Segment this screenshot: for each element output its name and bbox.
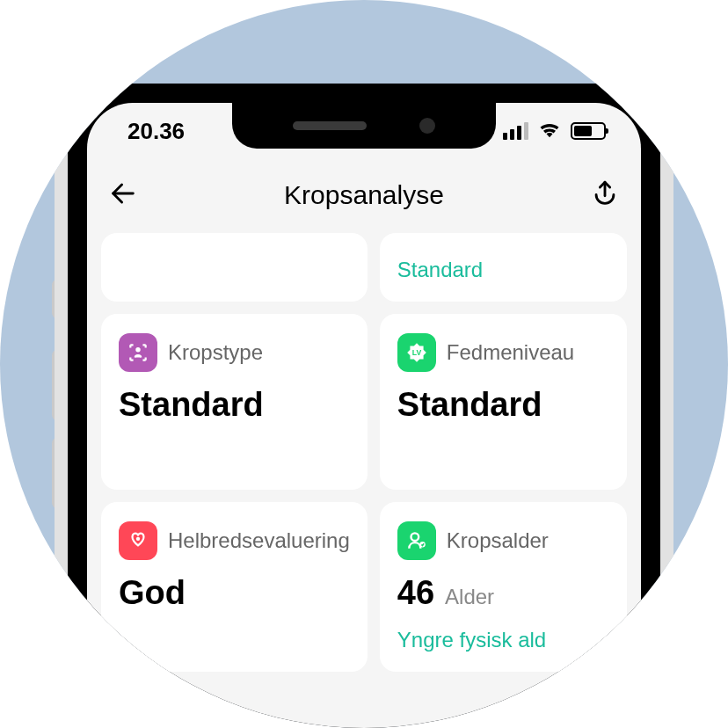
card-value: 46 (397, 574, 434, 612)
card-label: Kropstype (168, 340, 263, 366)
cellular-signal-icon (503, 122, 528, 140)
circle-background: 20.36 (0, 0, 728, 728)
back-button[interactable] (108, 178, 138, 212)
metric-card[interactable]: Standard (380, 233, 627, 302)
status-badge: Yngre fysisk ald (397, 628, 609, 652)
body-type-icon (119, 333, 157, 372)
phone-screen: 20.36 (87, 103, 641, 728)
phone-frame: 20.36 (68, 84, 660, 728)
speaker-grille (293, 121, 367, 130)
content-area: Standard Kropstype (87, 233, 641, 672)
kropsalder-card[interactable]: Kropsalder 46 Alder Yngre fysisk ald (380, 502, 627, 672)
svg-point-4 (411, 533, 419, 541)
health-evaluation-icon (119, 521, 157, 560)
status-icons (503, 120, 606, 142)
fedmeniveau-card[interactable]: LV Fedmeniveau Standard (380, 314, 627, 490)
status-time: 20.36 (127, 118, 185, 145)
wifi-icon (537, 120, 562, 142)
navigation-bar: Kropsanalyse (87, 164, 641, 226)
battery-icon (571, 122, 606, 140)
front-camera (419, 118, 435, 134)
helbred-card[interactable]: Helbredsevaluering God (101, 502, 368, 672)
body-age-icon (397, 521, 436, 560)
card-value: Standard (397, 386, 609, 424)
kropstype-card[interactable]: Kropstype Standard (101, 314, 368, 490)
card-unit: Alder (445, 585, 494, 609)
share-button[interactable] (590, 178, 620, 212)
status-badge: Standard (397, 252, 483, 282)
card-label: Fedmeniveau (447, 340, 574, 366)
obesity-level-icon: LV (397, 333, 436, 372)
card-label: Helbredsevaluering (168, 528, 350, 554)
card-value: Standard (119, 386, 350, 424)
svg-point-3 (136, 537, 140, 541)
phone-notch (232, 103, 496, 149)
page-title: Kropsanalyse (284, 180, 444, 210)
card-value: God (119, 574, 350, 612)
metric-card[interactable] (101, 233, 368, 302)
card-label: Kropsalder (447, 528, 549, 554)
svg-point-1 (135, 347, 140, 352)
svg-text:LV: LV (412, 348, 422, 357)
